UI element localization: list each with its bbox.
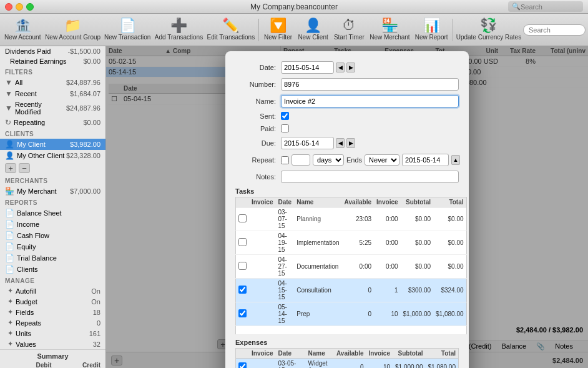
sidebar-report-equity[interactable]: 📄 Equity <box>0 241 105 252</box>
tasks-section-label: Tasks <box>235 187 459 195</box>
task-date-3: 04-27-15 <box>275 255 294 279</box>
sidebar-report-income[interactable]: 📄 Income <box>0 219 105 230</box>
task-row-3[interactable]: 04-27-15 Documentation 0:00 0:00 $0.00 $… <box>236 255 467 279</box>
minimize-button[interactable] <box>16 3 23 11</box>
new-transaction-button[interactable]: 📄 New Transaction <box>103 16 152 44</box>
sent-checkbox[interactable] <box>281 112 289 120</box>
manage-fields[interactable]: ✦ Fields 18 <box>0 307 105 317</box>
edit-transactions-button[interactable]: ✏️ Edit Transactions <box>205 16 256 44</box>
fields-label: Fields <box>16 309 93 316</box>
filter-recent-label: Recent <box>15 90 70 97</box>
task-checkbox-2[interactable] <box>238 238 247 246</box>
modal-notes-row: Notes: <box>235 171 459 183</box>
new-account-button[interactable]: 🏦 New Account <box>2 16 43 44</box>
sidebar-merchant-my-merchant[interactable]: 🏪 My Merchant $7,000.00 <box>0 186 105 197</box>
expense-date-1: 03-05-15 <box>275 359 305 369</box>
sidebar-filter-recently-modified[interactable]: ▼ Recently Modified $24,887.96 <box>0 99 105 117</box>
report-trial-icon: 📄 <box>5 254 14 262</box>
sidebar-client-my-client[interactable]: 👤 My Client $3,982.00 <box>0 139 105 150</box>
maximize-button[interactable] <box>26 3 34 11</box>
toolbar-separator-1 <box>258 19 259 41</box>
sidebar-item-retained-earnings[interactable]: Retained Earnings $0.00 <box>0 56 105 66</box>
sidebar-report-clients[interactable]: 📄 Clients <box>0 264 105 275</box>
due-decrement-button[interactable]: ◀ <box>336 138 345 148</box>
date-increment-button[interactable]: ▶ <box>346 62 355 72</box>
task-check-5[interactable] <box>236 302 250 326</box>
sidebar-filter-all[interactable]: ▼ All $24,887.96 <box>0 77 105 88</box>
new-client-icon: 👤 <box>305 19 321 32</box>
task-row-5[interactable]: 05-14-15 Prep 0 10 $1,000.00 $1,080.00 <box>236 302 467 326</box>
sidebar-report-cash-flow[interactable]: 📄 Cash Flow <box>0 230 105 241</box>
task-row-1[interactable]: 03-07-15 Planning 23:03 0:00 $0.00 $0.00 <box>236 207 467 231</box>
task-check-3[interactable] <box>236 255 250 279</box>
sent-label: Sent: <box>235 112 276 120</box>
filter-recently-modified-label: Recently Modified <box>15 101 66 116</box>
expense-invoice-1 <box>249 359 275 369</box>
repeat-unit-select[interactable]: days <box>313 154 344 166</box>
repeat-days-input[interactable] <box>292 154 310 166</box>
due-label: Due: <box>235 139 276 147</box>
task-checkbox-3[interactable] <box>238 262 247 270</box>
new-account-group-button[interactable]: 📁 New Account Group <box>44 16 102 44</box>
update-currency-label: Update Currency Rates <box>456 34 522 41</box>
repeat-date-stepper[interactable]: ▲ <box>451 155 460 165</box>
dividends-paid-amount: -$1,500.00 <box>67 47 100 55</box>
fields-icon: ✦ <box>7 308 13 316</box>
task-row-4[interactable]: 04-15-15 Consultation 0 1 $300.00 $324.0… <box>236 279 467 302</box>
notes-input[interactable] <box>281 171 459 183</box>
tasks-col-invoice2: Invoice <box>374 197 400 207</box>
due-date-input[interactable] <box>281 137 334 149</box>
due-date-group: ◀ ▶ <box>281 137 355 149</box>
task-check-1[interactable] <box>236 207 250 231</box>
repeat-checkbox[interactable] <box>281 156 289 164</box>
notes-label: Notes: <box>235 173 276 181</box>
task-subtotal-3: $0.00 <box>401 255 434 279</box>
manage-repeats[interactable]: ✦ Repeats 0 <box>0 317 105 328</box>
task-check-4[interactable] <box>236 279 250 302</box>
task-empty-cell <box>236 326 467 335</box>
update-currency-rates-button[interactable]: 💱 Update Currency Rates <box>456 16 522 44</box>
number-input[interactable] <box>281 78 459 91</box>
add-transactions-button[interactable]: ➕ Add Transactions <box>154 16 205 44</box>
new-client-button[interactable]: 👤 New Client <box>296 16 331 44</box>
new-merchant-button[interactable]: 🏪 New Merchant <box>368 16 411 44</box>
close-button[interactable] <box>5 3 12 11</box>
filter-recent-amount: $1,684.07 <box>70 90 100 97</box>
task-checkbox-4[interactable] <box>238 286 247 294</box>
expense-checkbox-1[interactable] <box>238 362 247 369</box>
client-add-button[interactable]: + <box>5 163 16 173</box>
task-checkbox-5[interactable] <box>238 309 247 317</box>
task-check-2[interactable] <box>236 231 250 255</box>
due-increment-button[interactable]: ▶ <box>346 138 355 148</box>
new-filter-button[interactable]: 🔽 New Filter <box>262 16 295 44</box>
task-checkbox-1[interactable] <box>238 214 247 222</box>
repeat-never-select[interactable]: Never <box>365 154 399 166</box>
new-report-button[interactable]: 📊 New Report <box>413 16 450 44</box>
expense-check-1[interactable] <box>236 359 250 369</box>
start-timer-button[interactable]: ⏱ Start Timer <box>331 16 366 44</box>
date-input[interactable] <box>281 61 334 74</box>
sidebar-report-trial-balance[interactable]: 📄 Trial Balance <box>0 252 105 264</box>
sidebar-client-other[interactable]: 👤 My Other Client $23,328.00 <box>0 150 105 161</box>
summary-header: Debit Credit <box>5 361 100 368</box>
task-invoice2-4: 1 <box>374 279 400 302</box>
sidebar-filter-repeating[interactable]: ↻ Repeating $0.00 <box>0 117 105 128</box>
paid-checkbox[interactable] <box>281 124 289 132</box>
name-input[interactable] <box>281 95 459 107</box>
repeat-end-date-input[interactable] <box>402 154 449 166</box>
manage-units[interactable]: ✦ Units 161 <box>0 328 105 339</box>
client-remove-button[interactable]: − <box>19 163 30 173</box>
sidebar-item-dividends-paid[interactable]: Dividends Paid -$1,500.00 <box>0 46 105 56</box>
toolbar-search-input[interactable] <box>523 24 586 36</box>
date-decrement-button[interactable]: ◀ <box>336 62 345 72</box>
manage-budget[interactable]: ✦ Budget On <box>0 296 105 307</box>
sidebar-filter-recent[interactable]: ▼ Recent $1,684.07 <box>0 88 105 99</box>
manage-autofill[interactable]: ✦ Autofill On <box>0 286 105 296</box>
search-bar[interactable]: 🔍 <box>508 1 583 12</box>
task-row-2[interactable]: 04-19-15 Implementation 5:25 0:00 $0.00 … <box>236 231 467 255</box>
manage-values[interactable]: ✦ Values 32 <box>0 339 105 349</box>
search-input[interactable] <box>521 3 579 11</box>
sidebar-report-balance-sheet[interactable]: 📄 Balance Sheet <box>0 207 105 219</box>
expense-row-1[interactable]: 03-05-15 Widget A 0 10 $1,000.00 $1,080.… <box>236 359 459 369</box>
new-transaction-icon: 📄 <box>119 19 136 32</box>
